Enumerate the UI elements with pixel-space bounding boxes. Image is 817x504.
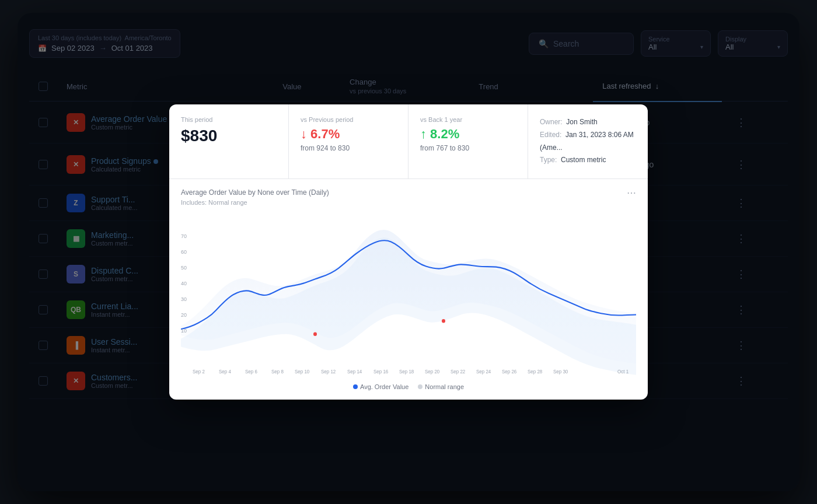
chart-more-button[interactable]: ⋯ bbox=[627, 187, 636, 198]
svg-text:Sep 28: Sep 28 bbox=[528, 368, 543, 374]
stat-meta-info: Owner: Jon Smith Edited: Jan 31, 2023 8:… bbox=[528, 104, 648, 178]
chart-svg: 70 60 50 40 30 20 10 Sep 2 Sep 4 Sep 6 S… bbox=[181, 213, 636, 376]
svg-text:Sep 24: Sep 24 bbox=[476, 368, 491, 374]
svg-text:30: 30 bbox=[181, 296, 187, 302]
chart-section: Average Order Value by None over Time (D… bbox=[169, 179, 648, 400]
svg-text:Sep 20: Sep 20 bbox=[425, 368, 440, 374]
svg-text:60: 60 bbox=[181, 249, 187, 254]
chart-title: Average Order Value by None over Time (D… bbox=[181, 188, 329, 197]
stat-prev-period: vs Previous period ↓ 6.7% from 924 to 83… bbox=[289, 104, 408, 178]
svg-text:40: 40 bbox=[181, 280, 187, 286]
svg-text:20: 20 bbox=[181, 312, 187, 317]
modal-stats: This period $830 vs Previous period ↓ 6.… bbox=[169, 104, 648, 178]
svg-text:50: 50 bbox=[181, 264, 187, 270]
svg-text:70: 70 bbox=[181, 233, 187, 239]
svg-text:Sep 26: Sep 26 bbox=[502, 368, 517, 374]
svg-text:Sep 4: Sep 4 bbox=[219, 368, 231, 374]
svg-text:Sep 30: Sep 30 bbox=[553, 368, 568, 374]
metric-detail-modal: This period $830 vs Previous period ↓ 6.… bbox=[169, 104, 648, 399]
modal-overlay[interactable]: This period $830 vs Previous period ↓ 6.… bbox=[18, 13, 799, 491]
anomaly-dot-2 bbox=[442, 319, 445, 323]
svg-text:Sep 12: Sep 12 bbox=[321, 368, 336, 374]
chart-subtitle: Includes: Normal range bbox=[181, 199, 329, 206]
legend-normal-range: Normal range bbox=[418, 383, 464, 390]
svg-text:Sep 6: Sep 6 bbox=[245, 368, 257, 374]
svg-text:Sep 18: Sep 18 bbox=[399, 368, 414, 374]
legend-avg-order: Avg. Order Value bbox=[353, 383, 408, 390]
legend-dot-gray bbox=[418, 384, 423, 389]
svg-text:Sep 16: Sep 16 bbox=[373, 368, 389, 374]
svg-text:Oct 1: Oct 1 bbox=[617, 368, 629, 374]
svg-text:Sep 8: Sep 8 bbox=[271, 368, 284, 374]
anomaly-dot-1 bbox=[313, 332, 317, 335]
svg-text:Sep 2: Sep 2 bbox=[193, 368, 205, 374]
stat-this-period: This period $830 bbox=[169, 104, 289, 178]
stat-back-1year: vs Back 1 year ↑ 8.2% from 767 to 830 bbox=[408, 104, 528, 178]
svg-text:Sep 22: Sep 22 bbox=[451, 368, 466, 374]
svg-text:Sep 10: Sep 10 bbox=[295, 368, 310, 374]
device-frame: Last 30 days (includes today) America/To… bbox=[18, 13, 799, 491]
svg-text:Sep 14: Sep 14 bbox=[347, 368, 362, 374]
chart-legend: Avg. Order Value Normal range bbox=[181, 383, 636, 390]
svg-text:10: 10 bbox=[181, 327, 187, 333]
legend-dot-blue bbox=[353, 384, 358, 389]
